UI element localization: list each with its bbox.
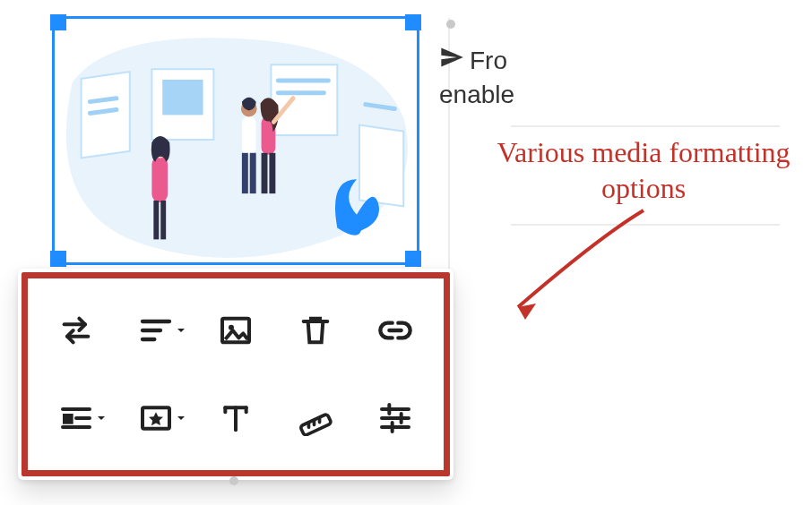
align-left-icon — [138, 312, 174, 348]
svg-line-41 — [313, 421, 316, 425]
resize-handle-top-right[interactable] — [405, 14, 421, 30]
svg-line-42 — [318, 418, 322, 423]
annotation-arrow-icon — [491, 201, 670, 327]
swap-icon — [58, 312, 94, 348]
link-button[interactable] — [366, 304, 425, 357]
align-button[interactable] — [126, 304, 186, 357]
cropped-text-1: Fro — [470, 47, 507, 75]
media-format-toolbar — [18, 269, 454, 480]
caret-down-icon — [97, 414, 106, 423]
toolbar-row-2 — [36, 391, 436, 445]
featured-button[interactable] — [126, 391, 186, 445]
cropped-text-2: enable — [439, 81, 514, 109]
link-icon — [377, 312, 413, 348]
caret-down-icon — [177, 414, 186, 423]
text-style-button[interactable] — [206, 391, 265, 445]
ruler-icon — [298, 400, 333, 436]
delete-button[interactable] — [286, 304, 345, 357]
resize-handle-bottom-left[interactable] — [50, 251, 66, 267]
background-divider — [511, 224, 780, 226]
anchor-dot-icon — [229, 476, 238, 485]
background-divider — [511, 125, 780, 127]
wrap-text-icon — [58, 400, 94, 436]
image-button[interactable] — [206, 304, 265, 357]
svg-rect-33 — [63, 414, 73, 424]
paper-plane-icon — [439, 45, 464, 76]
svg-line-40 — [307, 423, 311, 427]
caret-down-icon — [177, 326, 186, 335]
sliders-icon — [377, 400, 413, 436]
measure-button[interactable] — [286, 391, 345, 445]
cropped-label-row: Fro — [439, 45, 507, 76]
selected-media[interactable] — [52, 16, 419, 265]
selection-outline — [52, 16, 419, 265]
image-icon — [218, 312, 254, 348]
settings-sliders-button[interactable] — [366, 391, 425, 445]
text-t-icon — [218, 400, 254, 436]
star-box-icon — [138, 400, 174, 436]
trash-icon — [298, 312, 333, 348]
resize-handle-bottom-right[interactable] — [405, 251, 421, 267]
svg-rect-39 — [300, 414, 332, 436]
wrap-text-button[interactable] — [47, 391, 106, 445]
swap-button[interactable] — [47, 304, 106, 357]
toolbar-row-1 — [36, 304, 436, 357]
anchor-dot-icon — [446, 20, 455, 29]
annotation-label: Various media formatting options — [491, 134, 796, 206]
resize-handle-top-left[interactable] — [50, 14, 66, 30]
